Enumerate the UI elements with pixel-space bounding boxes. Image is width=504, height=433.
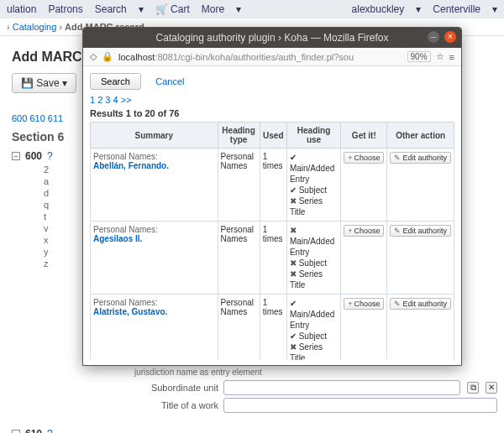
used-cell: 1 times xyxy=(260,222,286,295)
heading-use-cell: Main/Added EntrySubjectSeries Title xyxy=(286,149,340,222)
nav-cart[interactable]: 🛒 Cart xyxy=(155,3,190,15)
collapse-icon[interactable]: − xyxy=(12,152,20,160)
subfield-code: x xyxy=(44,235,52,245)
subfield-code: a xyxy=(44,176,52,186)
subfield-code: y xyxy=(44,247,52,257)
menu-icon[interactable]: ≡ xyxy=(449,52,454,62)
repeat-icon[interactable]: ⧉ xyxy=(467,382,479,394)
subordinate-unit-input[interactable] xyxy=(223,380,460,395)
table-row: Personal Names:Alatriste, Gustavo.Person… xyxy=(91,295,454,361)
col-heading-type[interactable]: Heading type xyxy=(218,123,260,149)
heading-use-cell: Main/Added EntrySubjectSeries Title xyxy=(286,295,340,361)
zoom-level[interactable]: 90% xyxy=(407,51,431,62)
subfield-code: z xyxy=(44,258,52,269)
tag-help-icon[interactable]: ? xyxy=(47,428,53,433)
subfield-code: d xyxy=(44,188,52,198)
field-help-text: jurisdiction name as entry element xyxy=(134,368,497,377)
authority-popup: Cataloging authority plugin › Koha — Moz… xyxy=(82,27,462,366)
address-bar: ◇ 🔒 localhost:8081/cgi-bin/koha/authorit… xyxy=(83,48,461,66)
heading-type-label: Personal Names: xyxy=(93,225,158,234)
window-titlebar[interactable]: Cataloging authority plugin › Koha — Moz… xyxy=(83,28,461,48)
choose-button[interactable]: +Choose xyxy=(344,298,384,310)
heading-type-cell: Personal Names xyxy=(218,295,260,361)
authority-link[interactable]: Abellán, Fernando. xyxy=(93,161,169,170)
heading-type-label: Personal Names: xyxy=(93,152,158,161)
used-cell: 1 times xyxy=(260,295,286,361)
tag-610: − 610 ? 2abt xyxy=(12,428,492,433)
save-button[interactable]: 💾 Save ▾ xyxy=(12,73,76,93)
col-summary[interactable]: Summary xyxy=(91,123,218,149)
nav-circulation[interactable]: ulation xyxy=(7,3,36,15)
nav-branch[interactable]: Centerville xyxy=(433,3,480,15)
title-work-label: Title of a work xyxy=(101,400,218,410)
star-icon[interactable]: ☆ xyxy=(436,51,444,62)
close-icon[interactable]: × xyxy=(444,31,456,43)
lock-icon: 🔒 xyxy=(102,51,113,62)
authority-link[interactable]: Alatriste, Gustavo. xyxy=(93,307,167,316)
choose-button[interactable]: +Choose xyxy=(344,225,384,237)
tag-help-icon[interactable]: ? xyxy=(47,150,53,162)
nav-patrons[interactable]: Patrons xyxy=(48,3,82,15)
heading-type-label: Personal Names: xyxy=(93,298,158,307)
nav-search[interactable]: Search xyxy=(95,3,127,15)
edit-authority-button[interactable]: ✎Edit authority xyxy=(390,225,451,237)
table-row: Personal Names:Abellán, Fernando.Persona… xyxy=(91,149,454,222)
results-table: Summary Heading type Used Heading use Ge… xyxy=(90,122,454,360)
pager[interactable]: 1 2 3 4 >> xyxy=(90,95,454,105)
heading-type-cell: Personal Names xyxy=(218,222,260,295)
edit-authority-button[interactable]: ✎Edit authority xyxy=(390,152,451,164)
col-other[interactable]: Other action xyxy=(387,123,454,149)
top-nav: ulation Patrons Search▾ 🛒 Cart More▾ ale… xyxy=(0,0,504,18)
choose-button[interactable]: +Choose xyxy=(344,152,384,164)
edit-authority-button[interactable]: ✎Edit authority xyxy=(390,298,451,310)
col-heading-use[interactable]: Heading use xyxy=(286,123,340,149)
col-get-it[interactable]: Get it! xyxy=(341,123,387,149)
used-cell: 1 times xyxy=(260,149,286,222)
heading-type-cell: Personal Names xyxy=(218,149,260,222)
crumb-cataloging[interactable]: Cataloging xyxy=(13,22,57,32)
nav-more[interactable]: More xyxy=(202,3,224,15)
nav-user[interactable]: alexbuckley xyxy=(352,3,405,15)
authority-link[interactable]: Agesilaos II. xyxy=(93,234,142,243)
collapse-icon[interactable]: − xyxy=(12,430,20,433)
subfield-code: q xyxy=(44,200,52,210)
url-field[interactable]: localhost:8081/cgi-bin/koha/authorities/… xyxy=(118,52,402,62)
result-count: Results 1 to 20 of 76 xyxy=(90,108,454,118)
search-button[interactable]: Search xyxy=(90,73,141,90)
subfield-code: v xyxy=(44,223,52,233)
minimize-icon[interactable]: – xyxy=(428,31,439,43)
subfield-code: 2 xyxy=(44,164,52,175)
tag-jumps[interactable]: 600 610 611 xyxy=(12,113,63,123)
delete-icon[interactable]: ✕ xyxy=(486,382,497,394)
table-row: Personal Names:Agesilaos II.Personal Nam… xyxy=(91,222,454,295)
col-used[interactable]: Used xyxy=(260,123,286,149)
cancel-link[interactable]: Cancel xyxy=(155,76,184,86)
heading-use-cell: Main/Added EntrySubjectSeries Title xyxy=(286,222,340,295)
subfield-code: t xyxy=(44,211,52,222)
title-work-input[interactable] xyxy=(223,398,497,413)
shield-icon: ◇ xyxy=(90,51,97,62)
subordinate-unit-label: Subordinate unit xyxy=(101,383,218,393)
